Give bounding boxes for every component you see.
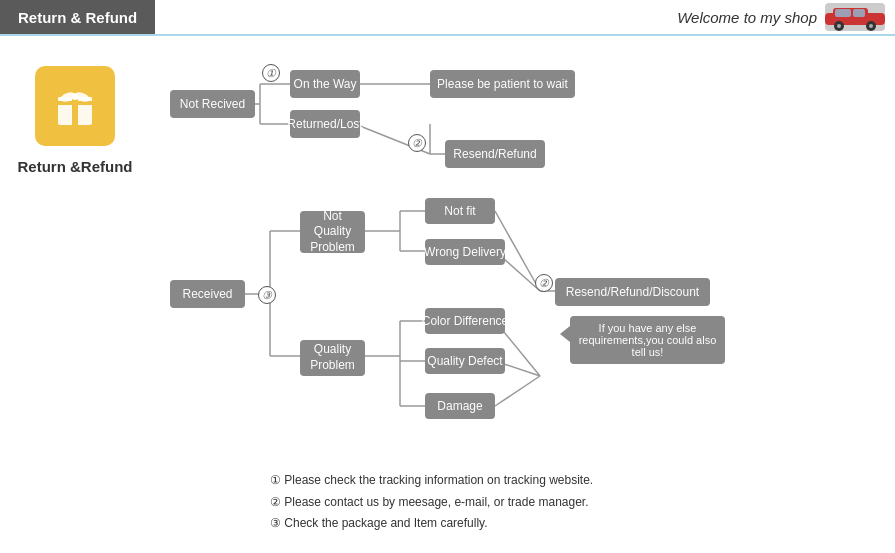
node-on-the-way: On the Way bbox=[290, 70, 360, 98]
left-panel: Return &Refund bbox=[10, 46, 140, 553]
circle-3: ③ bbox=[258, 286, 276, 304]
svg-point-5 bbox=[869, 24, 873, 28]
svg-point-4 bbox=[837, 24, 841, 28]
node-damage: Damage bbox=[425, 393, 495, 419]
node-not-received: Not Recived bbox=[170, 90, 255, 118]
footer-note-2: ② Please contact us by meesage, e-mail, … bbox=[270, 492, 593, 514]
header-title: Return & Refund bbox=[0, 0, 155, 34]
node-not-quality: NotQualityProblem bbox=[300, 211, 365, 253]
node-resend-refund-discount: Resend/Refund/Discount bbox=[555, 278, 710, 306]
svg-rect-7 bbox=[853, 9, 865, 17]
node-resend-refund: Resend/Refund bbox=[445, 140, 545, 168]
node-returned-lost: Returned/Lost bbox=[290, 110, 360, 138]
node-color-diff: Color Difference bbox=[425, 308, 505, 334]
node-received: Received bbox=[170, 280, 245, 308]
header: Return & Refund Welcome to my shop bbox=[0, 0, 895, 36]
node-wrong-delivery: Wrong Delivery bbox=[425, 239, 505, 265]
footer-note-3: ③ Check the package and Item carefully. bbox=[270, 513, 593, 535]
node-not-fit: Not fit bbox=[425, 198, 495, 224]
main-content: Return &Refund bbox=[0, 36, 895, 553]
circle-1-top: ① bbox=[262, 64, 280, 82]
circle-2-bottom: ② bbox=[535, 274, 553, 292]
diagram: ① Not Recived On the Way Returned/Lost P… bbox=[140, 46, 895, 553]
gift-icon bbox=[50, 81, 100, 131]
footer-note-1: ① Please check the tracking information … bbox=[270, 470, 593, 492]
svg-line-42 bbox=[495, 376, 540, 406]
car-image bbox=[825, 3, 885, 31]
svg-rect-11 bbox=[58, 101, 92, 105]
left-label: Return &Refund bbox=[18, 158, 133, 175]
svg-rect-6 bbox=[835, 9, 851, 17]
node-quality-problem: QualityProblem bbox=[300, 340, 365, 376]
svg-point-14 bbox=[72, 94, 78, 100]
circle-2-top: ② bbox=[408, 134, 426, 152]
node-extra-note: If you have any else requirements,you co… bbox=[570, 316, 725, 364]
footer-notes: ① Please check the tracking information … bbox=[270, 470, 593, 535]
node-patient: Please be patient to wait bbox=[430, 70, 575, 98]
header-welcome: Welcome to my shop bbox=[677, 3, 895, 31]
node-quality-defect: Quality Defect bbox=[425, 348, 505, 374]
gift-icon-box bbox=[35, 66, 115, 146]
